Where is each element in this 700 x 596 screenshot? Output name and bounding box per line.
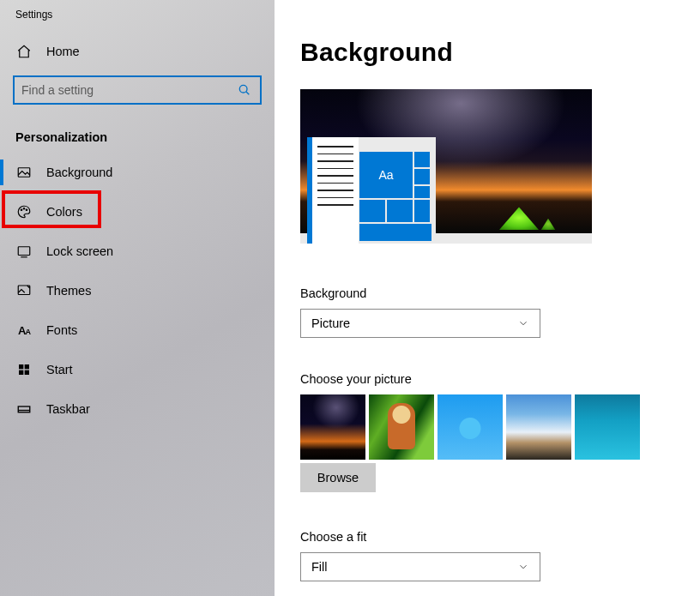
nav-themes[interactable]: Themes: [0, 271, 275, 310]
svg-rect-9: [19, 370, 23, 375]
palette-icon: [15, 203, 33, 220]
picture-thumbnails: [300, 394, 700, 460]
sidebar: Settings Home Personalization: [0, 0, 275, 596]
page-title: Background: [300, 38, 700, 67]
picture-option-5[interactable]: [575, 394, 640, 460]
nav-colors[interactable]: Colors: [0, 192, 275, 232]
bg-type-value: Picture: [311, 316, 350, 330]
picture-option-3[interactable]: [438, 394, 503, 460]
nav-label: Taskbar: [46, 402, 90, 416]
nav-background[interactable]: Background: [0, 153, 275, 192]
nav-label: Start: [46, 363, 73, 376]
window-title: Settings: [0, 0, 275, 21]
settings-window: Settings Home Personalization: [0, 0, 700, 596]
preview-tile-aa: Aa: [359, 152, 413, 198]
nav-label: Lock screen: [46, 244, 113, 258]
svg-rect-10: [25, 370, 29, 375]
nav-fonts[interactable]: AA Fonts: [0, 310, 275, 350]
fit-dropdown[interactable]: Fill: [300, 552, 540, 581]
svg-point-4: [26, 209, 27, 211]
picture-option-2[interactable]: [369, 394, 434, 460]
taskbar-icon: [15, 400, 33, 418]
fit-label: Choose a fit: [300, 530, 700, 544]
nav-start[interactable]: Start: [0, 350, 275, 389]
main-content: Background Aa B: [275, 0, 700, 596]
start-icon: [15, 361, 33, 378]
svg-rect-11: [18, 406, 30, 412]
background-preview: Aa: [300, 89, 592, 244]
svg-point-3: [23, 208, 25, 210]
svg-point-0: [239, 85, 247, 93]
picture-option-1[interactable]: [300, 394, 365, 460]
chevron-down-icon: [517, 317, 529, 329]
bg-type-dropdown[interactable]: Picture: [300, 309, 540, 338]
picture-option-4[interactable]: [506, 394, 571, 460]
section-heading: Personalization: [0, 105, 275, 153]
nav-lock-screen[interactable]: Lock screen: [0, 232, 275, 271]
browse-button[interactable]: Browse: [300, 463, 376, 492]
home-icon: [15, 43, 33, 60]
svg-rect-5: [18, 247, 30, 256]
nav-label: Colors: [46, 205, 82, 219]
fonts-icon: AA: [15, 322, 33, 339]
svg-point-2: [21, 209, 22, 211]
search-box[interactable]: [13, 75, 262, 105]
fit-value: Fill: [311, 560, 328, 574]
preview-desktop-mock: Aa: [307, 137, 436, 244]
svg-rect-8: [25, 364, 29, 369]
bg-type-label: Background: [300, 286, 700, 300]
search-input[interactable]: [21, 83, 238, 97]
lock-screen-icon: [15, 243, 33, 260]
nav-taskbar[interactable]: Taskbar: [0, 389, 275, 429]
chevron-down-icon: [517, 561, 529, 573]
svg-rect-7: [19, 364, 23, 369]
home-label: Home: [46, 45, 80, 58]
search-icon: [238, 83, 251, 97]
home-nav[interactable]: Home: [0, 21, 275, 75]
themes-icon: [15, 282, 33, 299]
picture-icon: [15, 164, 33, 181]
nav-label: Background: [46, 166, 112, 179]
nav-label: Fonts: [46, 323, 77, 337]
choose-picture-label: Choose your picture: [300, 372, 700, 386]
nav-label: Themes: [46, 284, 91, 298]
